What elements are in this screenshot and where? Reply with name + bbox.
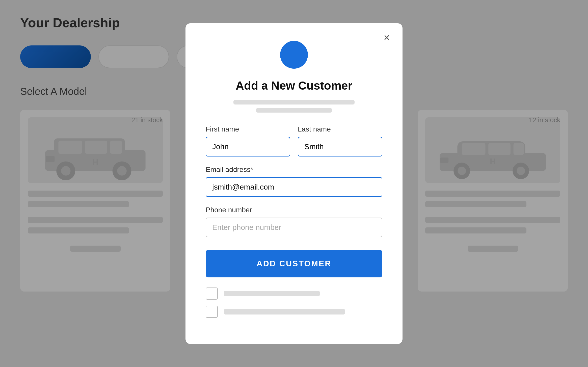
first-name-input[interactable] [206,137,290,156]
checkbox-label-1 [224,291,320,296]
modal: × Add a New Customer First name Last nam… [185,23,403,344]
checkbox-label-2 [224,309,345,314]
email-label: Email address* [206,166,382,174]
last-name-input[interactable] [298,137,382,156]
name-row: First name Last name [206,125,382,156]
modal-subtitle [206,100,382,113]
avatar [280,41,308,69]
first-name-label: First name [206,125,290,133]
phone-label: Phone number [206,206,382,214]
first-name-group: First name [206,125,290,156]
close-button[interactable]: × [384,32,390,43]
add-customer-button[interactable]: ADD CUSTOMER [206,250,382,277]
checkbox-row-1 [206,287,382,300]
phone-group: Phone number [206,206,382,237]
modal-overlay: × Add a New Customer First name Last nam… [0,0,588,367]
checkbox-1[interactable] [206,287,218,300]
modal-title: Add a New Customer [206,79,382,92]
last-name-group: Last name [298,125,382,156]
subtitle-line-1 [233,100,355,104]
phone-input[interactable] [206,218,382,237]
email-group: Email address* [206,166,382,197]
last-name-label: Last name [298,125,382,133]
checkbox-row-2 [206,306,382,318]
checkbox-2[interactable] [206,306,218,318]
subtitle-line-2 [256,108,332,113]
email-input[interactable] [206,177,382,197]
